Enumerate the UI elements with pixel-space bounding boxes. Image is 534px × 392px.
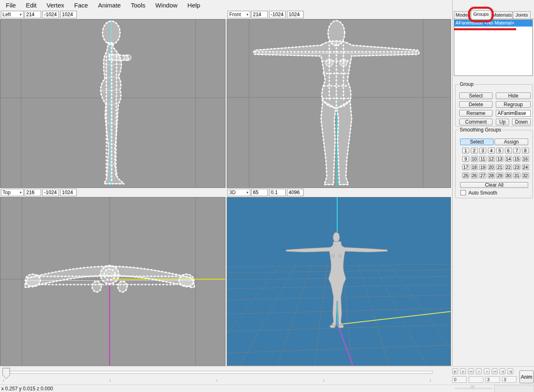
frame-total-field[interactable]: 3	[502, 376, 517, 383]
smoothing-group-button[interactable]: 29	[496, 173, 503, 178]
frame-current-field[interactable]: 0	[452, 376, 467, 383]
group-down-button[interactable]: Down	[512, 119, 531, 125]
smoothing-groups-title: Smoothing Groups	[458, 127, 502, 133]
group-comment-button[interactable]: Comment	[459, 119, 492, 125]
step-forward-button[interactable]: >	[484, 368, 490, 374]
3d-view-fov-field[interactable]	[251, 189, 268, 196]
smoothing-group-button[interactable]: 25	[462, 173, 469, 178]
smoothing-group-button[interactable]: 18	[471, 164, 478, 170]
menu-edit[interactable]: Edit	[22, 1, 41, 10]
view-select-left[interactable]: Left ▾	[1, 11, 24, 18]
menu-window[interactable]: Window	[151, 1, 181, 10]
smoothing-group-button[interactable]: 8	[522, 148, 529, 153]
smoothing-group-button[interactable]: 14	[505, 156, 512, 162]
smoothing-group-button[interactable]: 19	[479, 164, 486, 170]
front-view-far-field[interactable]	[287, 11, 304, 18]
smoothing-assign-button[interactable]: Assign	[495, 139, 528, 145]
anim-toggle-button[interactable]: Anim	[519, 370, 534, 383]
smoothing-group-button[interactable]: 32	[522, 173, 529, 178]
step-back-button[interactable]: <	[476, 368, 482, 374]
smoothing-group-button[interactable]: 17	[462, 164, 469, 170]
next-keyframe-button[interactable]: >|	[500, 368, 505, 374]
clear-all-button[interactable]: Clear All	[460, 182, 528, 188]
smoothing-select-button[interactable]: Select	[460, 139, 494, 145]
smoothing-group-button[interactable]: 12	[488, 156, 495, 162]
smoothing-group-button[interactable]: 1	[462, 148, 469, 153]
3d-view-near-field[interactable]	[269, 189, 286, 196]
fast-rewind-button[interactable]: <<	[468, 368, 474, 374]
wireframe-figure-front	[254, 21, 419, 185]
tab-materials[interactable]: Materials	[492, 11, 512, 19]
smoothing-group-button[interactable]: 13	[496, 156, 503, 162]
3d-view-far-field[interactable]	[287, 189, 304, 196]
go-last-button[interactable]: >||	[507, 368, 513, 374]
tab-groups[interactable]: Groups	[471, 10, 491, 19]
fast-forward-button[interactable]: >>	[492, 368, 497, 374]
group-regroup-button[interactable]: Regroup	[496, 101, 531, 108]
smoothing-group-button[interactable]: 22	[505, 164, 512, 170]
group-delete-button[interactable]: Delete	[459, 101, 492, 108]
top-view-zoom-field[interactable]	[24, 189, 41, 196]
tab-model[interactable]: Model	[454, 11, 470, 19]
group-select-button[interactable]: Select	[459, 93, 492, 99]
smoothing-group-button[interactable]: 11	[479, 156, 486, 162]
go-first-button[interactable]: ||<	[452, 368, 458, 374]
smoothing-group-button[interactable]: 30	[505, 173, 512, 178]
smoothing-group-button[interactable]: 20	[488, 164, 495, 170]
anim-speed-slider-thumb[interactable]	[470, 385, 475, 390]
view-select-front[interactable]: Front ▾	[228, 11, 250, 18]
menu-tools[interactable]: Tools	[127, 1, 149, 10]
smoothing-group-button[interactable]: 31	[513, 173, 520, 178]
frame-end-field[interactable]: 3	[485, 376, 500, 383]
viewport-top[interactable]	[0, 197, 225, 366]
group-hide-button[interactable]: Hide	[496, 93, 531, 99]
group-name-field[interactable]	[496, 110, 531, 117]
timeline-track[interactable]	[2, 371, 433, 374]
view-select-top[interactable]: Top ▾	[1, 189, 24, 196]
left-view-zoom-field[interactable]	[24, 11, 41, 18]
menu-file[interactable]: File	[2, 1, 20, 10]
smoothing-group-button[interactable]: 4	[488, 148, 495, 153]
menu-face[interactable]: Face	[70, 1, 92, 10]
smoothing-group-button[interactable]: 6	[505, 148, 512, 153]
smoothing-group-button[interactable]: 7	[513, 148, 520, 153]
timeline-thumb[interactable]	[2, 368, 10, 379]
smoothing-group-button[interactable]: 2	[471, 148, 478, 153]
smoothing-group-button[interactable]: 24	[522, 164, 529, 170]
group-up-button[interactable]: Up	[496, 119, 509, 125]
front-view-near-field[interactable]	[269, 11, 286, 18]
auto-smooth-checkbox[interactable]	[461, 190, 466, 195]
groups-listbox[interactable]: AFanimBase <No Material>	[454, 19, 533, 76]
smoothing-group-button[interactable]: 9	[462, 156, 469, 162]
front-view-zoom-field[interactable]	[251, 11, 268, 18]
smoothing-group-button[interactable]: 15	[513, 156, 520, 162]
left-view-far-field[interactable]	[60, 11, 77, 18]
frame-field-2[interactable]	[469, 376, 483, 383]
group-box: Group Select Hide Delete Regroup Rename …	[455, 84, 533, 127]
frame-fields: 033	[452, 376, 517, 383]
smoothing-group-button[interactable]: 21	[496, 164, 503, 170]
smoothing-group-button[interactable]: 26	[471, 173, 478, 178]
smoothing-group-button[interactable]: 16	[522, 156, 529, 162]
smoothing-group-button[interactable]: 3	[479, 148, 486, 153]
menu-help[interactable]: Help	[183, 1, 204, 10]
smoothing-group-button[interactable]: 28	[488, 173, 495, 178]
smoothing-group-button[interactable]: 27	[479, 173, 486, 178]
top-view-near-field[interactable]	[42, 189, 59, 196]
smoothing-group-button[interactable]: 5	[496, 148, 503, 153]
viewport-front[interactable]	[227, 19, 451, 188]
viewport-3d[interactable]	[227, 197, 451, 366]
menu-vertex[interactable]: Vertex	[42, 1, 69, 10]
menu-animate[interactable]: Animate	[94, 1, 125, 10]
prev-keyframe-button[interactable]: |<	[460, 368, 466, 374]
top-view-far-field[interactable]	[60, 189, 77, 196]
viewport-left-side[interactable]	[0, 19, 225, 188]
tab-divider	[453, 19, 534, 19]
left-view-near-field[interactable]	[42, 11, 59, 18]
smoothing-group-button[interactable]: 10	[471, 156, 478, 162]
smoothing-group-button[interactable]: 23	[513, 164, 520, 170]
group-rename-button[interactable]: Rename	[459, 110, 492, 117]
group-list-item-selected[interactable]: AFanimBase <No Material>	[454, 20, 532, 27]
view-select-3d[interactable]: 3D ▾	[228, 189, 250, 196]
tab-joints[interactable]: Joints	[513, 11, 531, 19]
